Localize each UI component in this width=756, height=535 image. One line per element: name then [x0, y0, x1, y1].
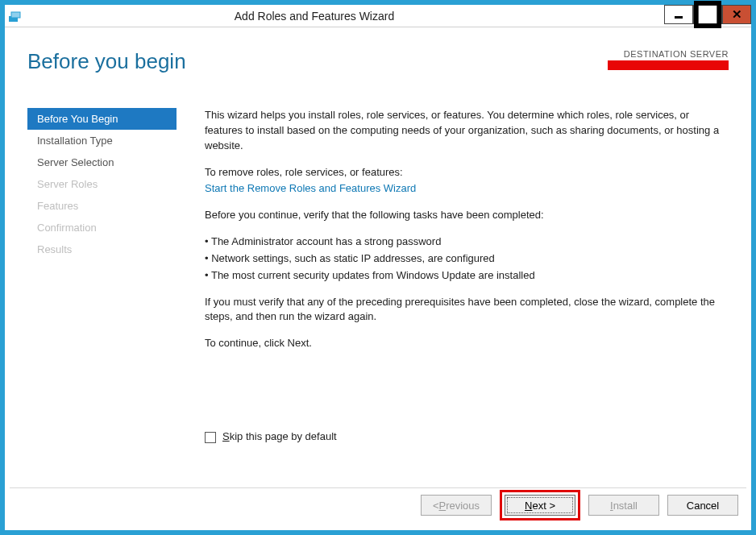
- window-controls: ✕: [664, 5, 751, 24]
- install-button: Install: [588, 495, 659, 516]
- close-button[interactable]: ✕: [722, 5, 751, 24]
- intro-paragraph: This wizard helps you install roles, rol…: [205, 108, 729, 154]
- window-title: Add Roles and Features Wizard: [0, 10, 664, 23]
- previous-button: < Previous: [421, 495, 492, 516]
- maximize-button[interactable]: [693, 5, 722, 24]
- start-remove-wizard-link[interactable]: Start the Remove Roles and Features Wiza…: [205, 182, 416, 194]
- continue-text: To continue, click Next.: [205, 336, 729, 351]
- minimize-button[interactable]: [664, 5, 693, 24]
- step-before-you-begin[interactable]: Before You Begin: [27, 108, 177, 130]
- skip-page-row: Skip this page by default: [205, 429, 337, 445]
- verify-trail: If you must verify that any of the prece…: [205, 295, 729, 326]
- prerequisite-item: The Administrator account has a strong p…: [205, 234, 729, 250]
- cancel-button[interactable]: Cancel: [667, 495, 738, 516]
- wizard-window: Add Roles and Features Wizard ✕ Before y…: [0, 0, 756, 535]
- step-confirmation: Confirmation: [27, 217, 177, 238]
- page-content: This wizard helps you install roles, rol…: [205, 108, 729, 450]
- destination-server-label: DESTINATION SERVER: [608, 49, 729, 59]
- verify-lead: Before you continue, verify that the fol…: [205, 208, 729, 223]
- prerequisite-list: The Administrator account has a strong p…: [205, 234, 729, 284]
- page-title: Before you begin: [27, 49, 186, 74]
- step-features: Features: [27, 195, 177, 217]
- page-header: Before you begin DESTINATION SERVER: [27, 49, 729, 74]
- next-button[interactable]: Next >: [505, 495, 575, 516]
- next-button-highlight: Next >: [500, 490, 580, 520]
- wizard-steps-nav: Before You Begin Installation Type Serve…: [27, 108, 177, 260]
- prerequisite-item: The most current security updates from W…: [205, 268, 729, 284]
- titlebar: Add Roles and Features Wizard ✕: [5, 5, 751, 27]
- svg-rect-2: [675, 16, 683, 19]
- remove-lead: To remove roles, role services, or featu…: [205, 165, 729, 180]
- destination-server-value-redacted: [608, 60, 729, 70]
- skip-page-label: Skip this page by default: [222, 429, 337, 445]
- destination-server-block: DESTINATION SERVER: [608, 49, 729, 70]
- step-installation-type[interactable]: Installation Type: [27, 130, 177, 151]
- prerequisite-item: Network settings, such as static IP addr…: [205, 251, 729, 267]
- step-server-roles: Server Roles: [27, 173, 177, 195]
- footer-separator: [10, 487, 746, 488]
- svg-rect-3: [696, 2, 719, 25]
- wizard-footer: < Previous Next > Install Cancel: [421, 490, 738, 520]
- skip-page-checkbox[interactable]: [205, 432, 216, 443]
- step-server-selection[interactable]: Server Selection: [27, 151, 177, 173]
- step-results: Results: [27, 238, 177, 260]
